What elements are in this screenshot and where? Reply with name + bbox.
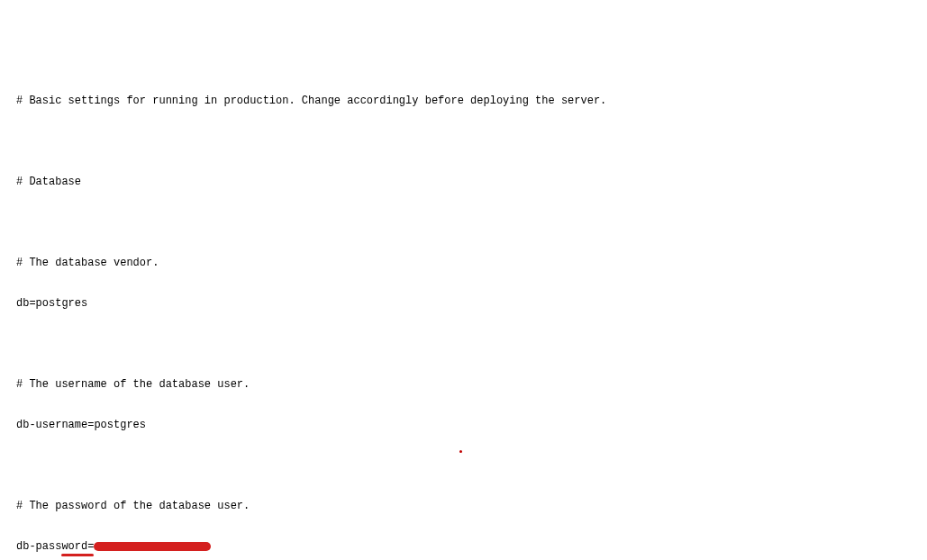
config-line bbox=[16, 338, 927, 351]
red-dot-marker bbox=[459, 450, 462, 453]
config-line bbox=[16, 135, 927, 149]
config-line: # Database bbox=[16, 176, 927, 189]
config-line: # The username of the database user. bbox=[16, 378, 927, 392]
config-line: # The password of the database user. bbox=[16, 500, 927, 513]
config-line: db=postgres bbox=[16, 297, 927, 311]
config-line-password: db-password= bbox=[16, 540, 927, 554]
config-line: db-username=postgres bbox=[16, 419, 927, 432]
config-file-editor[interactable]: # Basic settings for running in producti… bbox=[0, 68, 927, 560]
config-line: # The database vendor. bbox=[16, 257, 927, 270]
config-line bbox=[16, 459, 927, 473]
config-line bbox=[16, 216, 927, 230]
config-line: # Basic settings for running in producti… bbox=[16, 95, 927, 108]
red-underline: word= bbox=[61, 540, 94, 554]
redaction-mark bbox=[94, 542, 211, 551]
